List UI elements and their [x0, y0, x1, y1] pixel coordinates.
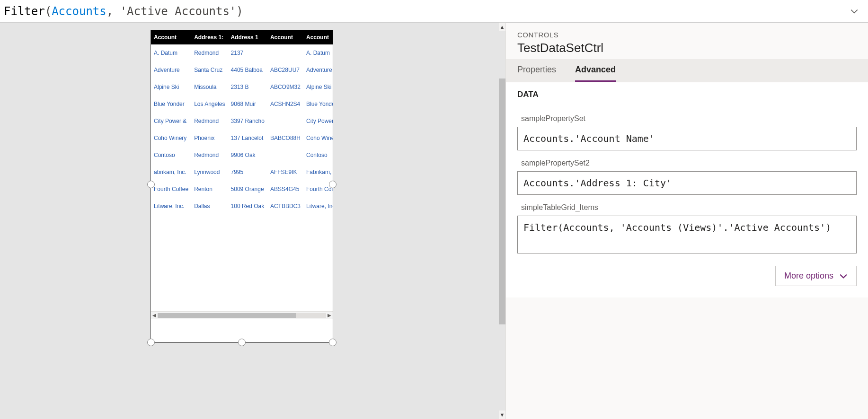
table-row[interactable]: AdventureSanta Cruz4405 BalboaABC28UU7Ad… — [151, 61, 333, 79]
table-cell: Redmond — [191, 113, 228, 130]
table-row[interactable]: City Power &Redmond3397 RanchoCity Power… — [151, 113, 333, 130]
scroll-left-icon[interactable]: ◀ — [151, 313, 158, 318]
prop1-label: samplePropertySet — [517, 114, 857, 123]
table-cell: Missoula — [191, 79, 228, 96]
table-cell: Coho Winery — [303, 130, 333, 147]
resize-handle-bottom-center[interactable] — [238, 339, 246, 346]
table-cell: BABCO88H — [267, 130, 303, 147]
properties-panel: CONTROLS TestDataSetCtrl Properties Adva… — [505, 23, 868, 419]
table-cell — [267, 113, 303, 130]
table-row[interactable]: abrikam, Inc.Lynnwood7995AFFSE9IKFabrika… — [151, 164, 333, 181]
table-row[interactable]: A. DatumRedmond2137A. Datumbe0 — [151, 44, 333, 61]
table-row[interactable]: Fourth CoffeeRenton5009 OrangeABSS4G45Fo… — [151, 181, 333, 198]
more-options-label: More options — [784, 271, 833, 281]
table-cell: Renton — [191, 181, 228, 198]
table-cell: A. Datum — [151, 44, 191, 61]
vertical-scrollbar[interactable]: ▲ ▼ — [499, 23, 505, 419]
table-cell: Blue Yonder — [303, 96, 333, 113]
resize-handle-left[interactable] — [147, 181, 155, 188]
table-cell: Phoenix — [191, 130, 228, 147]
table-row[interactable]: Coho WineryPhoenix137 LancelotBABCO88HCo… — [151, 130, 333, 147]
column-header[interactable]: Account — [151, 30, 191, 44]
resize-handle-bottom-left[interactable] — [147, 339, 155, 346]
table-cell: 3397 Rancho — [228, 113, 267, 130]
resize-handle-bottom-right[interactable] — [329, 339, 337, 346]
table-cell: 100 Red Oak — [228, 198, 267, 215]
table-cell: 2137 — [228, 44, 267, 61]
table-cell: A. Datum — [303, 44, 333, 61]
table-cell: Fabrikam, Inc. — [303, 164, 333, 181]
table-cell: Redmond — [191, 147, 228, 164]
formula-bar[interactable]: Filter(Accounts, 'Active Accounts') — [0, 0, 868, 23]
table-cell: Adventure — [151, 61, 191, 79]
control-name: TestDataSetCtrl — [517, 41, 857, 55]
properties-body: samplePropertySet samplePropertySet2 sim… — [506, 102, 868, 297]
table-row[interactable]: Alpine SkiMissoula2313 BABCO9M32Alpine S… — [151, 79, 333, 96]
table-row[interactable]: Blue YonderLos Angeles9068 MuirACSHN2S4B… — [151, 96, 333, 113]
prop3-label: simpleTableGrid_Items — [517, 203, 857, 212]
data-table: AccountAddress 1:Address 1AccountAccount… — [151, 30, 333, 215]
column-header[interactable]: Address 1 — [228, 30, 267, 44]
tab-properties[interactable]: Properties — [517, 65, 556, 82]
table-cell: Contoso — [303, 147, 333, 164]
tab-advanced[interactable]: Advanced — [575, 65, 616, 82]
prop2-input[interactable] — [517, 171, 857, 195]
scroll-up-icon[interactable]: ▲ — [500, 23, 505, 31]
table-cell: 2313 B — [228, 79, 267, 96]
table-row[interactable]: ContosoRedmond9906 OakContosoba0 — [151, 147, 333, 164]
table-cell: ABSS4G45 — [267, 181, 303, 198]
table-cell: AFFSE9IK — [267, 164, 303, 181]
table-cell: Fourth Coffee — [303, 181, 333, 198]
prop1-input[interactable] — [517, 127, 857, 150]
table-cell: 5009 Orange — [228, 181, 267, 198]
table-cell: ABCO9M32 — [267, 79, 303, 96]
scroll-right-icon[interactable]: ▶ — [326, 313, 333, 318]
table-cell: Contoso — [151, 147, 191, 164]
prop3-input[interactable] — [517, 216, 857, 253]
table-cell: abrikam, Inc. — [151, 164, 191, 181]
vscroll-track[interactable] — [499, 31, 505, 410]
table-cell: Dallas — [191, 198, 228, 215]
scroll-down-icon[interactable]: ▼ — [500, 410, 505, 419]
table-cell — [267, 147, 303, 164]
table-cell: 9068 Muir — [228, 96, 267, 113]
scroll-track[interactable] — [158, 313, 326, 318]
table-cell: Coho Winery — [151, 130, 191, 147]
table-cell: Litware, Inc. — [303, 198, 333, 215]
vscroll-thumb[interactable] — [499, 79, 505, 324]
canvas-workspace[interactable]: AccountAddress 1:Address 1AccountAccount… — [0, 23, 499, 419]
table-cell — [267, 44, 303, 61]
more-options-button[interactable]: More options — [775, 266, 857, 286]
table-cell: 9906 Oak — [228, 147, 267, 164]
properties-tabs: Properties Advanced — [506, 59, 868, 82]
resize-handle-right[interactable] — [329, 181, 337, 188]
formula-text: Filter(Accounts, 'Active Accounts') — [4, 5, 243, 18]
data-section-label: DATA — [506, 82, 868, 102]
prop2-label: samplePropertySet2 — [517, 159, 857, 167]
table-cell: Fourth Coffee — [151, 181, 191, 198]
table-cell: ACTBBDC3 — [267, 198, 303, 215]
column-header[interactable]: Address 1: — [191, 30, 228, 44]
table-cell: Lynnwood — [191, 164, 228, 181]
table-cell: 4405 Balboa — [228, 61, 267, 79]
table-row[interactable]: Litware, Inc.Dallas100 Red OakACTBBDC3Li… — [151, 198, 333, 215]
column-header[interactable]: Account — [267, 30, 303, 44]
table-cell: ACSHN2S4 — [267, 96, 303, 113]
table-cell: Alpine Ski — [151, 79, 191, 96]
table-cell: Redmond — [191, 44, 228, 61]
table-cell: City Power & — [151, 113, 191, 130]
scroll-thumb[interactable] — [158, 313, 296, 318]
chevron-down-icon — [850, 7, 859, 16]
column-header[interactable]: Account — [303, 30, 333, 44]
table-cell: Blue Yonder — [151, 96, 191, 113]
data-table-wrap: AccountAddress 1:Address 1AccountAccount… — [151, 30, 333, 311]
control-test-dataset[interactable]: AccountAddress 1:Address 1AccountAccount… — [151, 30, 333, 343]
chevron-down-icon — [839, 272, 848, 280]
table-cell: Santa Cruz — [191, 61, 228, 79]
table-cell: Los Angeles — [191, 96, 228, 113]
table-cell: 137 Lancelot — [228, 130, 267, 147]
horizontal-scrollbar[interactable]: ◀ ▶ — [151, 311, 333, 319]
table-cell: Adventure — [303, 61, 333, 79]
formula-expand-button[interactable] — [844, 7, 864, 16]
table-cell: Litware, Inc. — [151, 198, 191, 215]
